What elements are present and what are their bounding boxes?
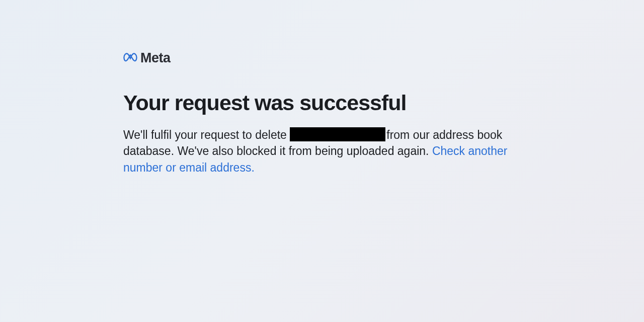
page-title: Your request was successful (123, 91, 553, 115)
confirmation-message: We'll fulfil your request to delete from… (123, 127, 541, 176)
main-container: Meta Your request was successful We'll f… (0, 0, 553, 176)
redacted-value (290, 127, 385, 141)
brand-logo: Meta (123, 50, 553, 66)
message-text-before: We'll fulfil your request to delete (123, 128, 290, 141)
brand-name: Meta (140, 50, 171, 66)
meta-icon (123, 52, 137, 64)
